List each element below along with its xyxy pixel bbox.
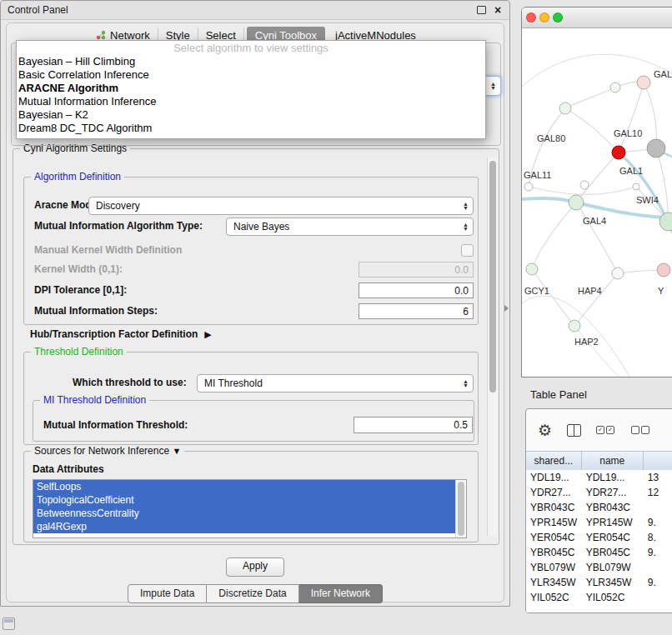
algorithm-option[interactable]: Mutual Information Inference	[17, 95, 485, 108]
algorithm-option[interactable]: Basic Correlation Inference	[17, 68, 485, 82]
network-node[interactable]	[647, 139, 665, 158]
close-window-button[interactable]: ×	[491, 1, 504, 19]
attribute-item[interactable]: BetweennessCentrality	[33, 507, 456, 520]
table-settings-gear-icon[interactable]: ⚙	[538, 421, 552, 440]
minimize-traffic-light[interactable]	[539, 12, 549, 22]
algorithm-dropdown-list: Bayesian – Hill ClimbingBasic Correlatio…	[17, 55, 485, 135]
which-threshold-label: Which threshold to use:	[73, 377, 187, 388]
attribute-item[interactable]: TopologicalCoefficient	[33, 493, 456, 507]
manual-kernel-width-checkbox[interactable]	[461, 244, 474, 257]
table-body: YDL19...YDL19...13YDR27...YDR27...12YBR0…	[526, 470, 672, 612]
table-row[interactable]: YBR043CYBR043C	[526, 500, 672, 515]
float-window-button[interactable]	[474, 1, 488, 19]
which-threshold-select[interactable]: MI Threshold ▲▼	[197, 374, 474, 392]
table-row[interactable]: YPR145WYPR145W9.	[526, 515, 672, 530]
table-cell: 13	[644, 470, 672, 485]
data-attributes-list-rows: SelfLoopsTopologicalCoefficientBetweenne…	[33, 480, 456, 538]
dpi-tolerance-input[interactable]: 0.0	[359, 282, 474, 298]
mi-steps-label: Mutual Information Steps:	[34, 305, 158, 317]
column-header[interactable]	[644, 452, 672, 470]
dpi-tolerance-label: DPI Tolerance [0,1]:	[34, 284, 127, 296]
sources-title-text: Sources for Network Inference	[34, 445, 169, 457]
network-node[interactable]	[612, 268, 624, 279]
attributes-list-scrollbar[interactable]	[455, 480, 466, 538]
sources-group-title[interactable]: Sources for Network Inference ▼	[31, 445, 184, 457]
network-node[interactable]	[612, 146, 625, 159]
table-row[interactable]: YIL052CYIL052C	[526, 590, 672, 605]
algorithm-option[interactable]: ARACNE Algorithm	[17, 82, 485, 95]
hub-definition-toggle[interactable]: Hub/Transcription Factor Definition ▶	[30, 328, 212, 340]
mi-steps-input[interactable]: 6	[359, 303, 474, 319]
network-canvas[interactable]: GAL7GAL80GAL10GAL11GAL1SWI4GAL4GCY1HAP4Y…	[522, 28, 672, 377]
algorithm-option[interactable]: Bayesian – Hill Climbing	[17, 55, 485, 68]
network-node[interactable]	[637, 76, 650, 89]
table-row[interactable]: YBR045CYBR045C9.	[526, 545, 672, 560]
column-header[interactable]: name	[582, 452, 644, 470]
network-node[interactable]	[526, 263, 538, 275]
mi-algorithm-type-select[interactable]: Naive Bayes ▲▼	[226, 218, 474, 236]
bottom-tab-impute-data[interactable]: Impute Data	[128, 584, 207, 603]
network-node-label: SWI4	[636, 195, 659, 205]
zoom-traffic-light[interactable]	[553, 12, 563, 22]
deselect-all-icon[interactable]	[631, 426, 651, 434]
bottom-tab-infer-network[interactable]: Infer Network	[299, 584, 383, 603]
float-window-icon	[477, 6, 486, 14]
kernel-width-label: Kernel Width (0,1):	[34, 263, 123, 275]
table-cell	[644, 590, 672, 605]
settings-scrollbar[interactable]	[487, 158, 498, 536]
table-row[interactable]: YLR345WYLR345W9.	[526, 575, 672, 590]
table-cell: 9.	[644, 545, 672, 560]
close-icon: ×	[494, 3, 501, 17]
close-traffic-light[interactable]	[526, 12, 536, 22]
apply-button[interactable]: Apply	[226, 558, 284, 577]
table-cell: YDR27...	[526, 485, 582, 500]
network-node[interactable]	[580, 181, 589, 189]
network-window-titlebar[interactable]	[522, 8, 672, 28]
network-node[interactable]	[559, 102, 571, 114]
combo-arrows-icon: ▲▼	[463, 222, 473, 231]
control-panel-titlebar[interactable]: Control Panel ×	[1, 1, 509, 20]
network-node[interactable]	[569, 195, 584, 210]
unchecked-box-icon	[631, 426, 639, 434]
hub-definition-label: Hub/Transcription Factor Definition	[30, 328, 198, 340]
cyni-algorithm-settings-group: Cyni Algorithm Settings Algorithm Defini…	[13, 148, 499, 545]
checked-box-icon: ✓	[606, 426, 614, 434]
network-edge	[574, 273, 618, 326]
select-all-icon[interactable]: ✓✓	[596, 426, 616, 434]
network-node-label: GAL80	[537, 133, 565, 143]
attribute-item[interactable]: SelfLoops	[33, 480, 456, 493]
network-node[interactable]	[569, 320, 580, 332]
table-cell	[644, 500, 672, 515]
table-row[interactable]: YER054CYER054C8.	[526, 530, 672, 545]
table-row[interactable]: YDR27...YDR27...12	[526, 485, 672, 500]
network-view-window: GAL7GAL80GAL10GAL11GAL1SWI4GAL4GCY1HAP4Y…	[521, 7, 672, 378]
control-panel-dock-icon[interactable]	[3, 618, 15, 630]
attribute-item[interactable]: gal4RGexp	[33, 520, 456, 533]
table-row[interactable]: YDL19...YDL19...13	[526, 470, 672, 485]
mi-threshold-input[interactable]: 0.5	[354, 417, 473, 433]
table-row[interactable]: YBL079WYBL079W	[526, 560, 672, 575]
network-node[interactable]	[610, 82, 620, 92]
aracne-mode-select[interactable]: Discovery ▲▼	[88, 197, 474, 215]
column-visibility-icon[interactable]	[567, 424, 581, 437]
table-cell: YBL079W	[526, 560, 582, 575]
table-cell	[644, 560, 672, 575]
table-cell: YBL079W	[582, 560, 644, 575]
table-cell: YPR145W	[582, 515, 644, 530]
network-node[interactable]	[659, 212, 672, 231]
network-node[interactable]	[633, 183, 639, 190]
network-node[interactable]	[524, 182, 533, 191]
scrollbar-thumb[interactable]	[458, 482, 464, 536]
kernel-width-input[interactable]: 0.0	[359, 262, 474, 278]
algorithm-definition-group: Algorithm Definition Aracne Mode: Discov…	[23, 177, 479, 325]
column-header[interactable]: shared...	[526, 452, 582, 470]
unchecked-box-icon	[641, 426, 649, 434]
network-node[interactable]	[657, 263, 670, 277]
algorithm-option[interactable]: Dream8 DC_TDC Algorithm	[17, 122, 485, 135]
panel-splitter-arrow[interactable]	[504, 305, 509, 312]
bottom-tab-discretize-data[interactable]: Discretize Data	[207, 584, 298, 603]
algorithm-option[interactable]: Bayesian – K2	[17, 108, 485, 122]
data-attributes-list[interactable]: SelfLoopsTopologicalCoefficientBetweenne…	[33, 479, 467, 538]
network-node-label: GAL7	[654, 69, 672, 79]
scrollbar-thumb[interactable]	[489, 161, 496, 392]
